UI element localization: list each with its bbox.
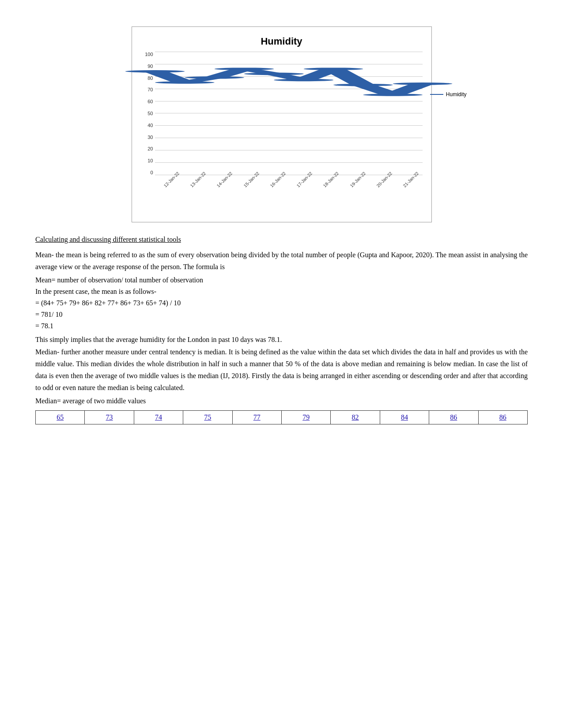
- median-table-cell: 82: [331, 411, 380, 424]
- x-axis-label-item: 17-Jan-22: [290, 178, 316, 209]
- median-table-cell: 86: [429, 411, 478, 424]
- data-point: [244, 73, 304, 75]
- mean-formula: Mean= number of observation/ total numbe…: [35, 276, 528, 284]
- mean-calc3: = 78.1: [35, 322, 528, 330]
- mean-calc2: = 781/ 10: [35, 311, 528, 319]
- median-table-cell: 77: [232, 411, 281, 424]
- median-formula: Median= average of two middle values: [35, 397, 528, 405]
- y-axis-label: 90: [141, 64, 153, 69]
- x-axis-label-item: 20-Jan-22: [369, 178, 396, 209]
- y-axis-label: 20: [141, 146, 153, 151]
- median-paragraph: Median- further another measure under ce…: [35, 346, 528, 394]
- median-table: 65737475777982848686: [35, 410, 528, 424]
- x-axis-label-item: 15-Jan-22: [236, 178, 263, 209]
- median-table-cell: 73: [85, 411, 134, 424]
- data-point: [214, 68, 274, 70]
- x-axis-label-item: 14-Jan-22: [210, 178, 236, 209]
- median-table-cell: 65: [36, 411, 85, 424]
- data-point: [363, 94, 423, 96]
- data-point: [303, 68, 363, 70]
- y-axis-label: 30: [141, 135, 153, 140]
- chart-legend: Humidity: [430, 91, 467, 98]
- data-point: [185, 76, 244, 79]
- x-axis-label-item: 18-Jan-22: [316, 178, 343, 209]
- x-axis-labels: 12-Jan-2213-Jan-2214-Jan-2215-Jan-2216-J…: [157, 178, 423, 209]
- data-point: [155, 81, 215, 84]
- humidity-chart: Humidity 0102030405060708090100 Humidity…: [132, 26, 432, 222]
- y-axis-label: 40: [141, 123, 153, 128]
- y-axis-label: 10: [141, 158, 153, 163]
- x-axis-label-item: 21-Jan-22: [396, 178, 422, 209]
- chart-body: Humidity: [155, 52, 423, 175]
- mean-conclusion: This simply implies that the average hum…: [35, 334, 528, 345]
- y-axis-label: 100: [141, 52, 153, 57]
- y-axis-label: 70: [141, 87, 153, 92]
- mean-case: In the present case, the mean is as foll…: [35, 288, 528, 296]
- y-axis-label: 0: [141, 170, 153, 175]
- chart-title: Humidity: [141, 36, 423, 47]
- y-axis-label: 60: [141, 99, 153, 104]
- section-title: Calculating and discussing different sta…: [35, 236, 528, 244]
- legend-line-indicator: [430, 94, 443, 95]
- line-chart-svg: [155, 52, 423, 175]
- median-table-cell: 79: [281, 411, 330, 424]
- median-table-cell: 74: [134, 411, 183, 424]
- data-point: [125, 70, 185, 73]
- mean-calc1: = (84+ 75+ 79+ 86+ 82+ 77+ 86+ 73+ 65+ 7…: [35, 299, 528, 307]
- chart-area: 0102030405060708090100 Humidity: [141, 52, 423, 175]
- y-axis-label: 50: [141, 111, 153, 116]
- data-point: [393, 83, 452, 85]
- y-axis: 0102030405060708090100: [141, 52, 155, 175]
- median-table-cell: 75: [183, 411, 232, 424]
- mean-paragraph: Mean- the mean is being referred to as t…: [35, 249, 528, 273]
- x-axis-label-item: 19-Jan-22: [343, 178, 369, 209]
- x-axis-label-item: 13-Jan-22: [183, 178, 210, 209]
- median-table-cell: 86: [478, 411, 527, 424]
- median-table-cell: 84: [380, 411, 429, 424]
- x-axis-label-item: 12-Jan-22: [157, 178, 183, 209]
- x-axis-label-item: 16-Jan-22: [263, 178, 289, 209]
- data-point: [274, 79, 333, 82]
- data-point: [333, 84, 393, 86]
- legend-label: Humidity: [446, 91, 467, 98]
- y-axis-label: 80: [141, 75, 153, 81]
